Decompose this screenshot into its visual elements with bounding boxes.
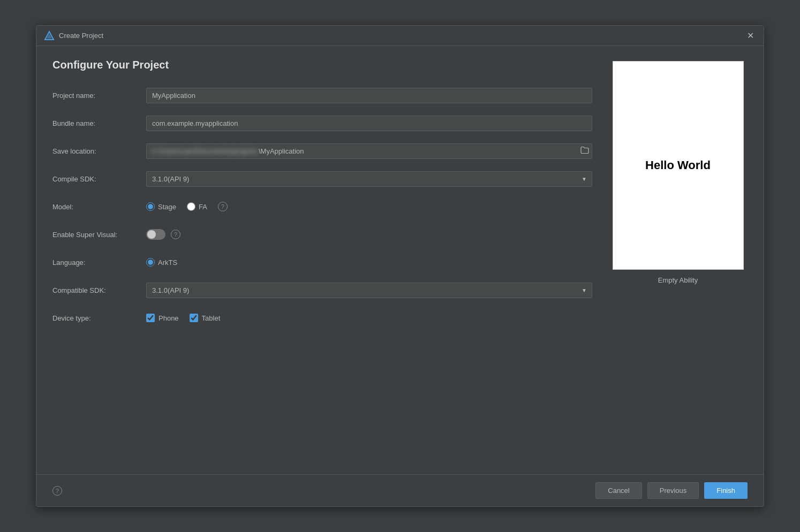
language-arkts-radio[interactable]: ArkTS (146, 258, 177, 267)
language-control: ArkTS (146, 258, 592, 267)
toggle-slider (146, 229, 165, 240)
model-row: Model: Stage FA ? (52, 197, 592, 216)
device-type-label: Device type: (52, 314, 146, 322)
compile-sdk-row: Compile SDK: 3.1.0(API 9) 3.0.0(API 8) 2… (52, 170, 592, 188)
bundle-name-input[interactable] (146, 116, 592, 131)
save-location-control: C:\Users\user\Documents\projects \MyAppl… (146, 143, 592, 159)
super-visual-help-icon[interactable]: ? (171, 230, 180, 239)
form-section: Configure Your Project Project name: Bun… (52, 59, 592, 466)
project-name-label: Project name: (52, 92, 146, 100)
compile-sdk-wrapper: 3.1.0(API 9) 3.0.0(API 8) 2.2.0(API 7) ▼ (146, 171, 592, 187)
enable-super-visual-control: ? (146, 229, 592, 240)
compatible-sdk-select[interactable]: 3.1.0(API 9) 3.0.0(API 8) 2.2.0(API 7) (146, 283, 592, 298)
project-name-row: Project name: (52, 86, 592, 104)
device-type-row: Device type: Phone Tablet (52, 309, 592, 327)
device-phone-label: Phone (159, 314, 179, 322)
model-fa-label: FA (199, 203, 207, 211)
app-logo-icon (44, 31, 55, 41)
language-arkts-input[interactable] (146, 258, 155, 267)
preview-frame: Hello World (613, 61, 744, 270)
super-visual-toggle[interactable] (146, 229, 165, 240)
device-tablet-checkbox-label[interactable]: Tablet (190, 314, 221, 322)
preview-hello-world: Hello World (645, 158, 711, 172)
bundle-name-label: Bundle name: (52, 119, 146, 127)
enable-super-visual-row: Enable Super Visual: ? (52, 225, 592, 244)
model-label: Model: (52, 203, 146, 211)
save-location-row: Save location: C:\Users\user\Documents\p… (52, 142, 592, 160)
create-project-dialog: Create Project ✕ Configure Your Project … (36, 25, 764, 507)
page-title: Configure Your Project (52, 59, 592, 71)
toggle-wrapper: ? (146, 229, 592, 240)
model-fa-input[interactable] (187, 202, 195, 211)
language-row: Language: ArkTS (52, 253, 592, 271)
device-type-checkbox-group: Phone Tablet (146, 314, 592, 322)
model-help-icon[interactable]: ? (218, 202, 228, 211)
model-fa-radio[interactable]: FA (187, 202, 207, 211)
project-name-input[interactable] (146, 88, 592, 103)
title-left: Create Project (44, 31, 103, 41)
finish-button[interactable]: Finish (704, 482, 748, 499)
bundle-name-row: Bundle name: (52, 114, 592, 132)
model-stage-radio[interactable]: Stage (146, 202, 176, 211)
compile-sdk-control: 3.1.0(API 9) 3.0.0(API 8) 2.2.0(API 7) ▼ (146, 171, 592, 187)
save-location-label: Save location: (52, 147, 146, 155)
dialog-footer: ? Cancel Previous Finish (36, 474, 764, 506)
device-phone-checkbox-label[interactable]: Phone (146, 314, 179, 322)
compatible-sdk-label: Compatible SDK: (52, 286, 146, 294)
footer-help-icon[interactable]: ? (52, 486, 62, 496)
model-radio-group: Stage FA ? (146, 202, 592, 211)
device-phone-checkbox[interactable] (146, 314, 155, 322)
footer-left: ? (52, 486, 62, 496)
preview-label: Empty Ability (658, 276, 698, 284)
enable-super-visual-label: Enable Super Visual: (52, 231, 146, 239)
compatible-sdk-wrapper: 3.1.0(API 9) 3.0.0(API 8) 2.2.0(API 7) ▼ (146, 283, 592, 298)
folder-icon (580, 147, 589, 154)
model-stage-label: Stage (158, 203, 176, 211)
language-radio-group: ArkTS (146, 258, 592, 267)
device-tablet-label: Tablet (202, 314, 221, 322)
language-arkts-label: ArkTS (158, 259, 177, 267)
save-location-input[interactable] (146, 143, 592, 159)
close-button[interactable]: ✕ (745, 31, 756, 41)
device-tablet-checkbox[interactable] (190, 314, 198, 322)
footer-right: Cancel Previous Finish (595, 482, 748, 499)
model-control: Stage FA ? (146, 202, 592, 211)
language-label: Language: (52, 259, 146, 267)
dialog-title: Create Project (59, 32, 103, 40)
compile-sdk-select[interactable]: 3.1.0(API 9) 3.0.0(API 8) 2.2.0(API 7) (146, 171, 592, 187)
bundle-name-control (146, 116, 592, 131)
save-location-wrapper: C:\Users\user\Documents\projects \MyAppl… (146, 143, 592, 159)
dialog-titlebar: Create Project ✕ (36, 26, 764, 46)
project-name-control (146, 88, 592, 103)
browse-folder-button[interactable] (580, 147, 589, 156)
compatible-sdk-control: 3.1.0(API 9) 3.0.0(API 8) 2.2.0(API 7) ▼ (146, 283, 592, 298)
compatible-sdk-row: Compatible SDK: 3.1.0(API 9) 3.0.0(API 8… (52, 281, 592, 299)
preview-section: Hello World Empty Ability (608, 59, 748, 466)
model-stage-input[interactable] (146, 202, 155, 211)
device-type-control: Phone Tablet (146, 314, 592, 322)
compile-sdk-label: Compile SDK: (52, 175, 146, 183)
dialog-body: Configure Your Project Project name: Bun… (36, 46, 764, 474)
previous-button[interactable]: Previous (647, 482, 699, 499)
cancel-button[interactable]: Cancel (595, 482, 641, 499)
